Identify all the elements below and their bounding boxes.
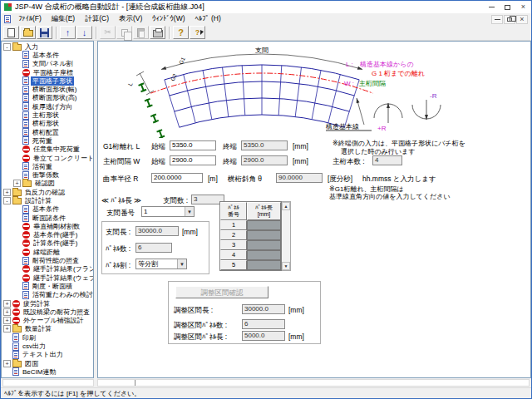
panel-length-cell[interactable] xyxy=(247,250,281,260)
move-down-button[interactable]: ↓ xyxy=(76,26,92,39)
spacing-start-input[interactable]: 2900.0 xyxy=(170,155,216,165)
maximize-button[interactable] xyxy=(500,2,515,12)
tree-item[interactable]: 主桁形状 xyxy=(2,111,93,119)
tree-item[interactable]: 基本条件 xyxy=(2,205,93,214)
tree-item[interactable]: 任意集中死荷重 xyxy=(2,145,93,154)
tree-expand-toggle[interactable]: - xyxy=(3,197,11,204)
tree-item[interactable]: 横桁形状 xyxy=(2,120,93,128)
page-icon xyxy=(22,120,29,128)
prohibited-icon xyxy=(22,249,30,256)
tree-item[interactable]: 平面格子座標 xyxy=(2,68,93,76)
menu-item[interactable]: 表示(V) xyxy=(114,14,147,24)
table-scrollbar[interactable]: ▲ ▼ xyxy=(282,201,291,271)
folder-icon xyxy=(12,190,22,196)
tree-expand-toggle[interactable]: - xyxy=(3,43,11,51)
tree-item[interactable]: 活荷重 xyxy=(2,162,93,170)
tree-hscrollbar[interactable] xyxy=(2,379,94,387)
content-hscrollbar[interactable] xyxy=(97,379,530,387)
tree-item[interactable]: 耐荷性能の照査 xyxy=(2,256,93,264)
help-icon: ? xyxy=(178,28,184,37)
panel-no-cell: 2 xyxy=(220,230,247,240)
g1-start-input[interactable]: 5350.0 xyxy=(170,140,216,150)
tree-item[interactable]: csv出力 xyxy=(2,342,93,350)
save-button[interactable] xyxy=(37,26,52,39)
tree-item[interactable]: 基本条件 xyxy=(2,51,93,59)
tree-item[interactable]: 横断面形状(幅) xyxy=(2,85,93,93)
tree-item[interactable]: 横桁配置 xyxy=(2,128,93,136)
tree-item[interactable]: 巻立てコンクリート xyxy=(2,154,93,162)
tree-item[interactable]: -設計計算 xyxy=(2,196,93,204)
chevron-down-icon[interactable]: ▼ xyxy=(185,207,194,216)
move-up-button[interactable]: ↑ xyxy=(60,26,76,39)
context-help-button[interactable]: ? xyxy=(190,26,205,39)
panel-length-cell[interactable] xyxy=(247,220,281,230)
tree-item[interactable]: テキスト出力 xyxy=(2,351,93,359)
help-button[interactable]: ? xyxy=(173,26,189,39)
adjust-confirm-button[interactable]: 調整区間確認 xyxy=(175,286,268,298)
tree-item-label[interactable]: BeCIM連動 xyxy=(21,367,57,377)
radius-input[interactable]: 200.0000 xyxy=(151,173,203,183)
panel-split-combobox[interactable]: 等分割 ▼ xyxy=(135,259,187,269)
tree-item[interactable]: 継手計算結果(ウェブ) xyxy=(2,273,93,282)
panel-length-cell[interactable] xyxy=(247,260,281,270)
tree-item[interactable]: 印刷 xyxy=(2,333,93,342)
tree-item[interactable]: 衝撃係数 xyxy=(2,170,93,179)
tree-item[interactable]: -入力 xyxy=(2,42,93,51)
tree-item[interactable]: BeCIM連動 xyxy=(2,367,93,376)
menu-item[interactable]: ﾍﾙﾌﾟ (H) xyxy=(190,14,226,24)
tree-item[interactable]: 計算条件(継手) xyxy=(2,239,93,248)
tree-expand-toggle[interactable]: + xyxy=(3,300,11,308)
print-button[interactable] xyxy=(150,26,165,39)
menu-item[interactable]: ｳｨﾝﾄﾞｳ(W) xyxy=(147,14,190,24)
panel-length-cell[interactable] xyxy=(247,230,281,240)
mdi-close-button[interactable]: × xyxy=(516,15,528,24)
menu-item[interactable]: ﾌｧｲﾙ(F) xyxy=(13,14,47,24)
base-line-label: 構造基本線 xyxy=(326,123,359,131)
tree-item[interactable]: 断面諸条件 xyxy=(2,214,93,222)
tree-item[interactable]: +数量計算 xyxy=(2,325,93,333)
menu-item[interactable]: 編集(E) xyxy=(47,14,80,24)
span-count-label: 支間数 : xyxy=(163,196,188,206)
span-no-combobox[interactable]: 1 ▼ xyxy=(141,206,195,217)
tree-expand-toggle[interactable]: + xyxy=(3,325,11,332)
mdi-minimize-button[interactable] xyxy=(491,15,503,24)
spacing-unit-label: [mm] xyxy=(293,157,308,165)
tree-item[interactable]: 支間パネル割 xyxy=(2,60,93,68)
toolbar-separator xyxy=(169,27,170,39)
mdi-restore-button[interactable] xyxy=(504,15,515,24)
tree-expand-toggle[interactable]: + xyxy=(13,180,21,187)
tree-item[interactable]: +既設橋梁の耐荷力照査 xyxy=(2,308,93,316)
tree-item[interactable]: 活荷重たわみの検討 xyxy=(2,291,93,299)
tree-expand-toggle[interactable]: + xyxy=(3,189,11,196)
tree-item[interactable]: +負反力の確認 xyxy=(2,188,93,196)
girder-symbol-icon xyxy=(156,129,165,138)
tree-expand-toggle[interactable]: + xyxy=(3,360,11,367)
tree-item[interactable]: 基本条件(継手) xyxy=(2,231,93,239)
open-button[interactable] xyxy=(20,26,36,39)
chevron-down-icon[interactable]: ▼ xyxy=(177,259,186,268)
scroll-up-icon[interactable]: ▲ xyxy=(282,202,290,210)
tree-item[interactable]: 剛度・断面積 xyxy=(2,282,93,290)
tree-item[interactable]: 死荷重 xyxy=(2,136,93,145)
tree-item[interactable]: 垂直補剛材割数 xyxy=(2,222,93,230)
tree-item[interactable]: 平面格子形状 xyxy=(2,76,93,85)
tree-item[interactable]: +外ケーブル補強設計 xyxy=(2,317,93,325)
new-button[interactable] xyxy=(3,26,19,39)
plus-r-label: +R xyxy=(377,125,387,132)
span-dimension-label: 支間 xyxy=(255,47,268,54)
tree-item[interactable]: 縁端距離 xyxy=(2,248,93,256)
tree-item[interactable]: +確認図 xyxy=(2,180,93,188)
span-length-field: 30000.0 xyxy=(135,226,179,236)
tree-item[interactable]: 横断面形状(高) xyxy=(2,94,93,102)
tree-item[interactable]: 板厚逃げ方向 xyxy=(2,102,93,111)
close-button[interactable]: × xyxy=(515,2,531,12)
tree-item[interactable]: +図面 xyxy=(2,359,93,367)
tree-item[interactable]: +疲労計算 xyxy=(2,299,93,308)
panel-length-cell[interactable] xyxy=(247,240,281,250)
tree-item[interactable]: 継手計算結果(フランジ) xyxy=(2,265,93,273)
scroll-down-icon[interactable]: ▼ xyxy=(282,262,290,270)
tree-expand-toggle[interactable]: + xyxy=(3,317,11,324)
tree-expand-toggle[interactable]: + xyxy=(3,308,11,316)
minimize-button[interactable] xyxy=(484,2,500,12)
menu-item[interactable]: 計算(C) xyxy=(80,14,114,24)
